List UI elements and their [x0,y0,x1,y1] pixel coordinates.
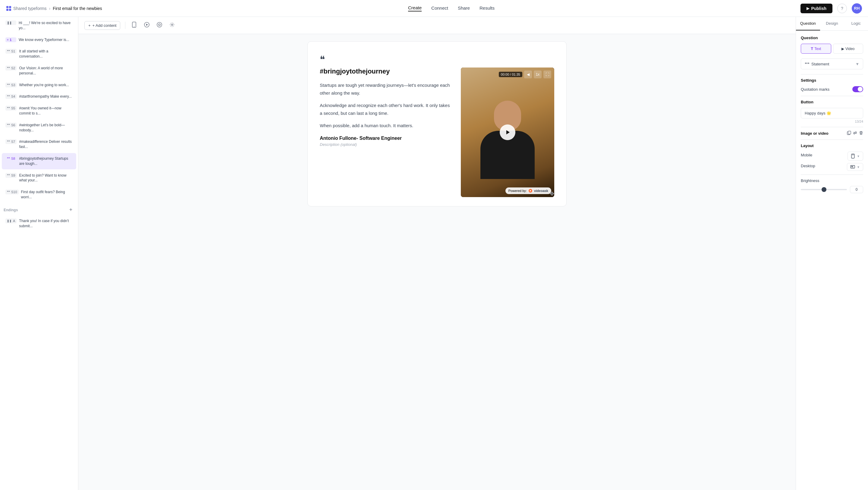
brand-area: Shared typeforms [6,6,47,11]
video-type-button[interactable]: ▶ Video [833,44,864,54]
page-name: First email for the newbies [53,6,102,11]
sidebar-badge-s10: ❝❝S10 [5,189,19,194]
publish-button[interactable]: ▶ Publish [801,4,832,13]
sidebar-label-ending: A [13,219,15,223]
add-ending-button[interactable]: + [67,207,74,214]
nav-create[interactable]: Create [408,5,422,11]
help-button[interactable]: ? [837,4,847,13]
svg-marker-11 [506,130,510,134]
image-swap-button[interactable] [853,131,857,136]
divider-4 [801,140,863,140]
sidebar-icon-s8: ❝❝ [7,157,10,160]
mobile-layout-dropdown[interactable]: ▼ [847,152,863,161]
mobile-layout-label: Mobile [801,153,812,157]
chevron-desktop-icon: ▼ [857,165,860,169]
quote-mark: ❝ [320,54,554,65]
sidebar-text-s1: It all started with a conversation... [19,49,73,59]
sidebar-text-s10: First day outfit fears? Being worri... [21,189,73,200]
svg-point-10 [172,24,173,26]
sidebar-label-s5: S5 [11,106,15,110]
add-content-button[interactable]: + + Add content [84,21,120,30]
svg-rect-3 [9,9,11,11]
svg-marker-7 [146,24,148,26]
publish-label: Publish [811,6,827,11]
sidebar-item-s6[interactable]: ❝❝S6 #wintogether Let's be bold—nobody..… [2,120,76,136]
card-para-2: Acknowledge and recognize each other's h… [320,101,451,117]
statement-dropdown[interactable]: ❝❝ Statement ▼ [801,58,863,69]
trash-icon [859,131,863,135]
sidebar-icon-s10: ❝❝ [7,190,10,193]
endings-section: Endings + [0,204,78,215]
video-speed: 1x [536,72,540,76]
play-button[interactable] [143,21,151,30]
tab-question[interactable]: Question [796,17,820,30]
image-copy-button[interactable] [847,131,851,136]
preview-button[interactable] [156,21,163,30]
sidebar-num-1: 1 [10,38,11,41]
divider-1 [801,74,863,74]
sidebar-item-s1[interactable]: ❝❝S1 It all started with a conversation.… [2,46,76,62]
nav-results[interactable]: Results [479,5,495,11]
sidebar-item-s10[interactable]: ❝❝S10 First day outfit fears? Being worr… [2,187,76,203]
video-speed-button[interactable]: 1x [534,70,541,78]
sidebar-item-s9[interactable]: ❝❝S9 Excited to join? Want to know what … [2,170,76,186]
brand-label[interactable]: Shared typeforms [13,6,47,11]
sidebar-text-s6: #wintogether Let's be bold—nobody... [19,123,73,133]
sidebar-item-s7[interactable]: ❝❝S7 #makeadifference Deliver results fa… [2,136,76,152]
sidebar-label-s8: S8 [11,157,15,160]
video-container[interactable]: 00:00 / 01:35 ◀ 1x ⛶ [461,67,554,197]
nav-left: Shared typeforms › First email for the n… [6,6,102,11]
sidebar-item-ending-a[interactable]: ❚❚ A Thank you! In case if you didn't su… [2,215,76,232]
sidebar-badge-s2: ❝❝S2 [5,66,17,70]
video-vol-button[interactable]: ◀ [524,70,532,78]
brightness-value-input[interactable] [850,186,863,193]
tab-design[interactable]: Design [820,17,844,30]
desktop-layout-dropdown[interactable]: ▼ [847,163,863,171]
mobile-layout-icon [851,154,855,158]
video-time: 00:00 / 01:35 [499,72,522,77]
brightness-row [801,186,863,193]
sidebar-text-s5: #ownit You owned it—now commit to s... [19,106,73,116]
move-handle[interactable]: ✥ [550,190,554,197]
divider-3 [801,127,863,127]
svg-point-9 [158,24,160,26]
sidebar-item-s4[interactable]: ❝❝S4 #startfromempathy Make every... [2,91,76,102]
sidebar-label-s6: S6 [11,123,15,127]
nav-connect[interactable]: Connect [431,5,448,11]
sidebar-text-s2: Our Vision: A world of more personal... [19,66,73,76]
sidebar-item-s3[interactable]: ❝❝S3 Whether you're going to work... [2,80,76,91]
sidebar-item-s8[interactable]: ❝❝S8 #bringjoytothejourney Startups are … [2,153,76,170]
video-play-button[interactable] [500,124,516,140]
panel-tabs: Question Design Logic [796,17,868,31]
quotation-marks-label: Quotation marks [801,87,830,92]
mobile-view-button[interactable] [130,21,138,30]
sidebar-item-s5[interactable]: ❝❝S5 #ownit You owned it—now commit to s… [2,103,76,119]
sidebar-badge-s5: ❝❝S5 [5,106,17,111]
powered-by-label: Powered by: [508,189,527,192]
user-avatar[interactable]: RH [852,3,862,13]
video-fullscreen-button[interactable]: ⛶ [544,70,551,78]
nav-share[interactable]: Share [458,5,470,11]
sidebar-icon-1: ≡ [7,38,8,41]
tab-logic[interactable]: Logic [844,17,868,30]
quotation-marks-toggle[interactable] [852,86,863,92]
card-para-1: Startups are tough yet rewarding journey… [320,81,451,97]
toolbar: + + Add content [79,17,796,34]
add-content-label: + Add content [93,23,117,28]
sidebar-item-s2[interactable]: ❝❝S2 Our Vision: A world of more persona… [2,63,76,79]
sidebar-item-1[interactable]: ≡ 1 We know every Typeformer is... [2,34,76,45]
settings-button[interactable] [168,21,176,30]
question-section-label: Question [801,36,863,40]
button-text-input[interactable] [801,108,863,118]
video-controls: 00:00 / 01:35 ◀ 1x ⛶ [499,70,551,78]
sidebar-item-welcome[interactable]: ❚❚ Hi ___! We're so excited to have yo..… [2,18,76,34]
svg-rect-16 [851,154,855,158]
text-type-button[interactable]: T Text [801,44,831,54]
toggle-knob [858,87,863,92]
brightness-slider[interactable] [801,189,847,190]
panel-body: Question T Text ▶ Video ❝❝ Statement [796,31,868,198]
image-delete-button[interactable] [859,131,863,136]
content-area: + + Add content [79,17,796,490]
layout-label: Layout [801,144,863,148]
statement-dropdown-wrapper: ❝❝ Statement ▼ [801,58,863,69]
